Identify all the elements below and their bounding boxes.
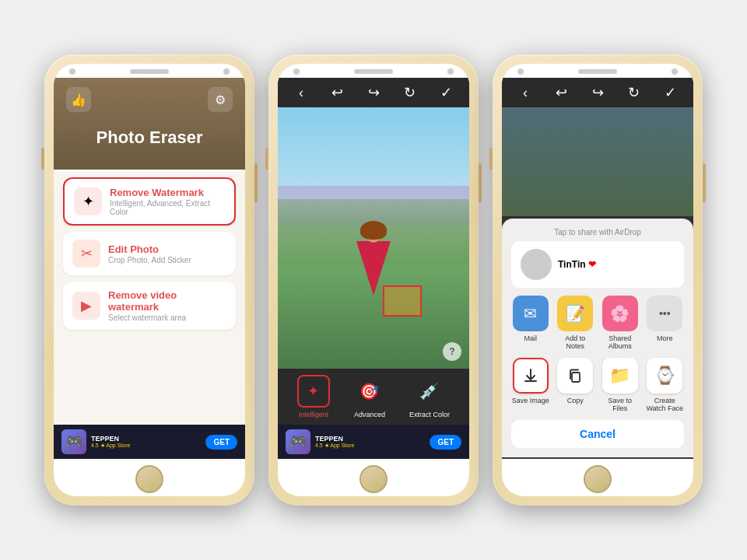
copy-item[interactable]: Copy — [556, 358, 595, 412]
phone-top-2 — [278, 64, 469, 78]
phone-1: 👍 ⚙ Photo Eraser ✦ Remove Watermark Inte… — [44, 54, 254, 506]
check-icon-p3[interactable]: ✓ — [659, 84, 681, 101]
copy-icon-svg — [566, 367, 584, 384]
remove-video-watermark-item[interactable]: ▶ Remove video watermark Select watermar… — [63, 282, 236, 330]
ad-icon-1: 🎮 — [61, 429, 86, 454]
speaker-p2 — [354, 69, 393, 74]
phone-3: ‹ ↩ ↪ ↻ ✓ Tap to share with AirDrop TinT… — [493, 54, 703, 506]
cancel-label[interactable]: Cancel — [519, 428, 676, 440]
check-icon[interactable]: ✓ — [435, 84, 457, 101]
help-icon[interactable]: ? — [443, 342, 461, 361]
notes-label: Add to Notes — [556, 334, 595, 350]
camera-dot-2 — [223, 68, 230, 75]
airdrop-hint: Tap to share with AirDrop — [511, 228, 684, 236]
more-icon: ••• — [647, 296, 682, 331]
back-icon-p3[interactable]: ‹ — [514, 85, 536, 101]
save-image-icon — [513, 358, 549, 394]
share-row-1: ✉ Mail 📝 Add to Notes 🌸 Shared Albums ••… — [511, 296, 684, 350]
save-to-files-item[interactable]: 📁 Save to Files — [601, 358, 640, 412]
extract-label: Extract Color — [409, 411, 450, 418]
home-button-1[interactable] — [135, 465, 163, 493]
intelligent-icon: ✦ — [297, 375, 330, 408]
advanced-tool[interactable]: 🎯 Advanced — [353, 375, 386, 418]
copy-icon — [557, 358, 593, 394]
blurred-bg — [502, 107, 693, 216]
redo-icon[interactable]: ↪ — [363, 84, 384, 101]
advanced-icon: 🎯 — [353, 375, 386, 408]
edit-photo-title: Edit Photo — [108, 243, 226, 255]
ad-text-2: TEPPEN 4.5 ★ App Store — [315, 435, 425, 449]
phone2-content: ‹ ↩ ↪ ↻ ✓ — [278, 78, 469, 459]
cancel-btn-wrap[interactable]: Cancel — [511, 420, 684, 448]
menu-items: ✦ Remove Watermark Intelligent, Advanced… — [54, 170, 245, 425]
more-share[interactable]: ••• More — [646, 296, 685, 350]
camera-dot — [69, 68, 75, 75]
phone1-content: 👍 ⚙ Photo Eraser ✦ Remove Watermark Inte… — [54, 78, 245, 459]
save-files-label: Save to Files — [601, 397, 640, 412]
advanced-label: Advanced — [354, 411, 385, 418]
edit-toolbar-p3: ‹ ↩ ↪ ↻ ✓ — [502, 78, 693, 107]
camera-dot-p2-2 — [447, 68, 454, 75]
thumbs-up-icon[interactable]: 👍 — [66, 87, 91, 112]
phone-bottom-3 — [502, 459, 693, 496]
edit-toolbar: ‹ ↩ ↪ ↻ ✓ — [278, 78, 469, 107]
person-hair — [360, 221, 387, 240]
undo-icon[interactable]: ↩ — [327, 84, 349, 101]
app-header-icons: 👍 ⚙ — [66, 87, 233, 112]
svg-rect-0 — [572, 373, 580, 382]
save-image-item[interactable]: Save Image — [511, 358, 550, 412]
ad-get-btn-1[interactable]: GET — [205, 435, 237, 450]
home-button-3[interactable] — [584, 465, 612, 493]
ad-stars-2: 4.5 ★ App Store — [315, 443, 425, 449]
mail-icon: ✉ — [513, 296, 549, 331]
shared-albums-share[interactable]: 🌸 Shared Albums — [601, 296, 640, 350]
camera-dot-p3-2 — [672, 68, 678, 75]
remove-watermark-item[interactable]: ✦ Remove Watermark Intelligent, Advanced… — [63, 177, 236, 226]
home-button-2[interactable] — [359, 465, 388, 493]
phone-2: ‹ ↩ ↪ ↻ ✓ — [268, 54, 479, 506]
ad-text-1: TEPPEN 4.5 ★ App Store — [91, 435, 201, 449]
back-icon[interactable]: ‹ — [290, 85, 312, 101]
remove-watermark-subtitle: Intelligent, Advanced, Extract Color — [110, 199, 225, 216]
save-image-label: Save Image — [512, 397, 549, 404]
share-sheet: Tap to share with AirDrop TinTin ❤ ✉ Mai… — [502, 219, 693, 457]
heart-icon: ❤ — [588, 259, 596, 270]
airdrop-bar[interactable]: TinTin ❤ — [511, 241, 684, 288]
rotate-icon[interactable]: ↻ — [399, 84, 421, 101]
speaker-p3 — [578, 69, 617, 74]
scissors-icon: ✂ — [72, 240, 100, 268]
ad-stars-1: 4.5 ★ App Store — [91, 443, 201, 449]
notes-share[interactable]: 📝 Add to Notes — [556, 296, 595, 350]
remove-video-title: Remove video watermark — [108, 289, 226, 313]
edit-photo-item[interactable]: ✂ Edit Photo Crop Photo, Add Sticker — [63, 232, 236, 275]
copy-label: Copy — [567, 397, 584, 404]
extract-color-tool[interactable]: 💉 Extract Color — [409, 375, 450, 418]
watch-face-item[interactable]: ⌚ Create Watch Face — [646, 358, 685, 412]
mail-share[interactable]: ✉ Mail — [511, 296, 550, 350]
phone-top-1 — [54, 64, 245, 78]
edit-photo-subtitle: Crop Photo, Add Sticker — [108, 256, 226, 264]
notes-icon: 📝 — [557, 296, 593, 331]
person-head — [366, 229, 381, 243]
rotate-icon-p3[interactable]: ↻ — [623, 84, 645, 101]
ad-icon-2: 🎮 — [286, 429, 310, 454]
phone-bottom-2 — [278, 459, 469, 496]
settings-icon[interactable]: ⚙ — [208, 87, 233, 112]
shared-albums-label: Shared Albums — [601, 334, 640, 350]
phone-bottom-1 — [54, 459, 245, 496]
camera-dot-p2 — [293, 68, 300, 75]
camera-dot-p3 — [517, 68, 524, 75]
photo-area: ? — [278, 107, 469, 369]
watch-label: Create Watch Face — [646, 397, 685, 412]
undo-icon-p3[interactable]: ↩ — [551, 84, 573, 101]
redo-icon-p3[interactable]: ↪ — [587, 84, 608, 101]
more-label: More — [657, 334, 673, 342]
phone3-content: ‹ ↩ ↪ ↻ ✓ Tap to share with AirDrop TinT… — [502, 78, 693, 459]
app-header: 👍 ⚙ Photo Eraser — [54, 78, 245, 170]
ad-title-2: TEPPEN — [315, 435, 425, 443]
airdrop-user-name: TinTin ❤ — [558, 259, 596, 270]
ad-get-btn-2[interactable]: GET — [430, 435, 461, 450]
airdrop-avatar — [521, 249, 552, 280]
speaker — [130, 69, 169, 74]
intelligent-tool[interactable]: ✦ Intelligent — [297, 375, 330, 418]
